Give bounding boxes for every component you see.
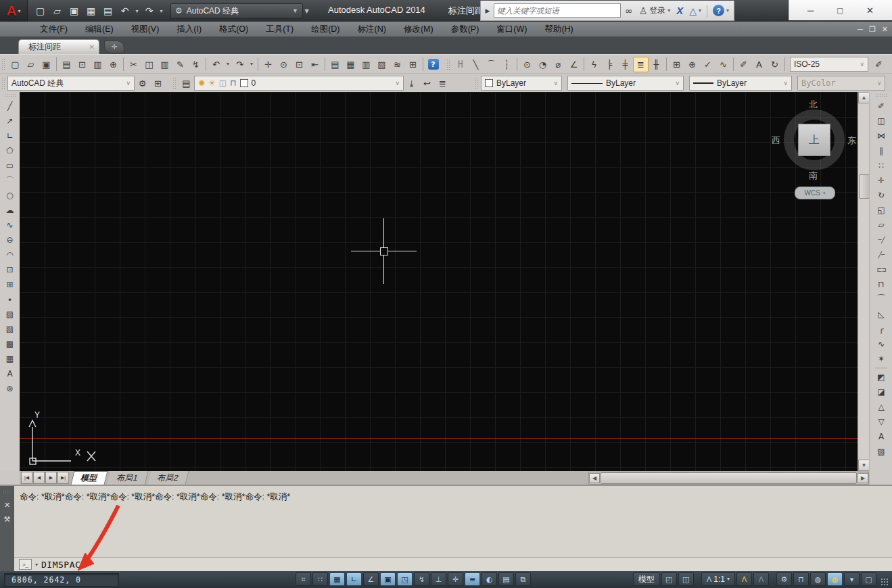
object-snap[interactable]: ▣	[380, 572, 396, 586]
coordinates-readout[interactable]: 6806, 2642, 0	[4, 573, 119, 587]
minimize-button[interactable]: ─	[802, 5, 819, 16]
redo-menu[interactable]: ▾	[248, 57, 256, 72]
file-tab[interactable]: 标注间距 ✕	[18, 39, 99, 54]
tool-palettes[interactable]: ▥	[358, 57, 374, 72]
publish[interactable]: ▥	[90, 57, 105, 72]
zoom-window[interactable]: ⊡	[291, 57, 307, 72]
ortho-mode[interactable]: ∟	[346, 572, 362, 586]
dim-linear[interactable]: ├┤	[452, 57, 468, 72]
std-qsave[interactable]: ▣	[39, 57, 54, 72]
tab-layout1[interactable]: 布局1	[108, 471, 149, 485]
break-at-point[interactable]: ⊓	[874, 277, 889, 292]
file-tab-close-button[interactable]: ✕	[89, 43, 95, 51]
object-snap-3d[interactable]: ◳	[397, 572, 413, 586]
show-lineweight[interactable]: ≡	[465, 572, 480, 586]
dim-update[interactable]: ↻	[767, 57, 782, 72]
scroll-left-button[interactable]: ◀	[589, 473, 600, 483]
markup-set-manager[interactable]: ≋	[390, 57, 405, 72]
array[interactable]: ∷	[874, 158, 889, 173]
center-mark[interactable]: ⊕	[684, 57, 700, 72]
copy[interactable]: ◫	[874, 114, 889, 128]
revision-cloud[interactable]: ☁	[2, 203, 18, 218]
toolbar-grip[interactable]	[1, 76, 5, 90]
command-history[interactable]: 命令: *取消*命令: *取消*命令: *取消*命令: *取消*命令: *取消*…	[14, 486, 892, 562]
break[interactable]: ⊏⊐	[874, 262, 889, 277]
color-select[interactable]: ByLayer ∨	[481, 76, 562, 91]
undo-menu[interactable]: ▾	[133, 2, 141, 20]
performance-tuner[interactable]: ◍	[810, 572, 826, 586]
qnew[interactable]: ▢	[32, 2, 49, 20]
infer-constraints[interactable]: ⌗	[296, 572, 311, 586]
show-transparency[interactable]: ◐	[482, 572, 497, 586]
dim-ordinate[interactable]: ┆	[499, 57, 515, 72]
dim-arc-length[interactable]: ⌒	[484, 57, 499, 72]
send-under-objects[interactable]: ▽	[874, 414, 889, 429]
toolbar-grip[interactable]	[172, 76, 177, 90]
pan-realtime[interactable]: ✛	[260, 57, 276, 72]
wcs-select[interactable]: WCS ▾	[795, 187, 835, 199]
quickcalc[interactable]: ⊞	[405, 57, 421, 72]
horizontal-scrollbar[interactable]: ◀ ▶	[588, 472, 869, 485]
autodesk360-button[interactable]: △▾	[687, 3, 703, 19]
clean-screen[interactable]: ▢	[861, 572, 876, 586]
dynamic-input[interactable]: ✛	[448, 572, 463, 586]
viewcube[interactable]: 上 北 南 西 东 WCS ▾	[768, 93, 858, 201]
make-object-layer-current-button[interactable]: ⤓	[404, 76, 419, 91]
my-workspace-button[interactable]: ⊞	[150, 76, 166, 91]
tab-prev[interactable]: ◀	[33, 472, 45, 484]
toolbar-grip[interactable]	[875, 93, 887, 97]
dimension-style-select[interactable]: ISO-25 ∨	[790, 57, 868, 72]
quick-properties[interactable]: ▤	[498, 572, 514, 586]
menu-item-1[interactable]: 编辑(E)	[76, 22, 122, 36]
toolbar-lock[interactable]: ⊓	[793, 572, 809, 586]
extend[interactable]: ╱╌	[874, 247, 889, 262]
linetype-select[interactable]: ByLayer ∨	[567, 76, 684, 91]
close-button[interactable]: ✕	[861, 5, 879, 16]
polygon[interactable]: ⬠	[2, 143, 18, 158]
search-button[interactable]: ∞	[623, 3, 635, 19]
paste-clip[interactable]: ▥	[157, 57, 172, 72]
toolbar-grip[interactable]	[475, 76, 479, 90]
toolbar-grip[interactable]	[4, 93, 16, 97]
tab-last[interactable]: ▶|	[57, 472, 69, 484]
help[interactable]: ?	[425, 57, 441, 72]
redo[interactable]: ↷	[141, 2, 158, 20]
command-window-close-button[interactable]: ✕	[4, 501, 10, 510]
spline[interactable]: ∿	[2, 218, 18, 232]
new-tab-button[interactable]: ✛	[104, 41, 124, 53]
viewcube-south-label[interactable]: 南	[809, 170, 818, 182]
workspace-switching[interactable]: ⚙	[776, 572, 792, 586]
resize-grip[interactable]	[881, 578, 889, 586]
quick-dimension[interactable]: ϟ	[586, 57, 602, 72]
std-plot[interactable]: ▤	[59, 57, 74, 72]
layer-color-swatch[interactable]	[240, 79, 248, 87]
command-window-grip[interactable]	[3, 490, 11, 494]
isolate-objects[interactable]: ◍	[827, 572, 843, 586]
annotation-autoscale[interactable]: Λ	[753, 572, 769, 586]
horizontal-scroll-thumb[interactable]	[601, 472, 857, 484]
lineweight-select[interactable]: ByLayer ∨	[689, 76, 792, 91]
rotate[interactable]: ↻	[874, 188, 889, 203]
help-button[interactable]: ?▾	[711, 3, 731, 19]
search-input[interactable]	[494, 3, 621, 18]
dim-break[interactable]: ╫	[649, 57, 664, 72]
polyline[interactable]: ∟	[2, 128, 18, 143]
viewcube-top-face[interactable]: 上	[798, 124, 830, 156]
tab-model[interactable]: 模型	[71, 471, 108, 485]
vertical-scrollbar[interactable]: ▲ ▼	[858, 92, 870, 471]
std-open[interactable]: ▱	[23, 57, 39, 72]
menu-item-11[interactable]: 帮助(H)	[536, 22, 582, 36]
layer-states-button[interactable]: ≣	[435, 76, 450, 91]
viewcube-east-label[interactable]: 东	[847, 134, 856, 147]
mirror[interactable]: ⋈	[874, 128, 889, 143]
dim-space[interactable]: ≣	[633, 57, 649, 72]
app-menu-button[interactable]: A ▾	[0, 0, 28, 22]
menu-item-7[interactable]: 标注(N)	[349, 22, 395, 36]
stretch[interactable]: ▱	[874, 218, 889, 232]
dim-jogged[interactable]: ◔	[535, 57, 550, 72]
model-space-button[interactable]: 模型	[633, 572, 660, 586]
drawing-canvas[interactable]: Y X 上 北 南 西 东 WCS ▾	[20, 92, 858, 471]
snap-mode[interactable]: ∷	[312, 572, 328, 586]
maximize-button[interactable]: □	[832, 5, 848, 16]
object-snap-tracking[interactable]: ↯	[414, 572, 429, 586]
